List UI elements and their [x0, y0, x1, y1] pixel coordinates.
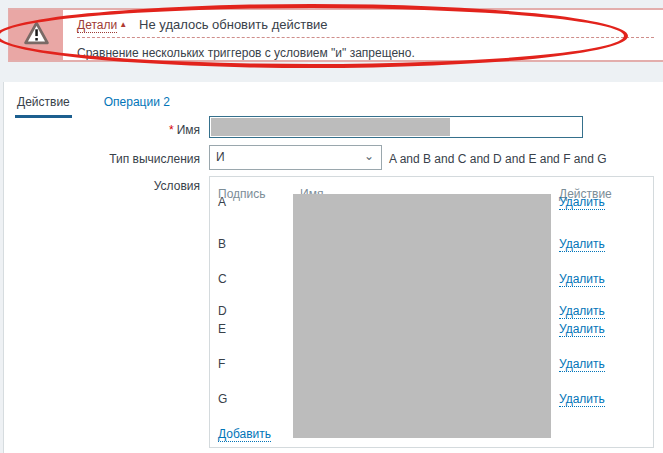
conditions-table: Подпись Имя Действие A Удалить B Удалить… — [209, 176, 654, 448]
condition-row-label: B — [218, 237, 226, 251]
delete-link-row-e[interactable]: Удалить — [559, 322, 605, 337]
condition-row-label: E — [218, 322, 226, 336]
condition-row-label: C — [218, 272, 227, 286]
required-asterisk: * — [169, 123, 174, 137]
delete-link-row-g[interactable]: Удалить — [559, 392, 605, 407]
error-content: Детали▲Не удалось обновить действие Срав… — [63, 10, 663, 60]
name-field-label: *Имя — [4, 123, 200, 137]
name-value-redacted — [211, 118, 450, 136]
name-input[interactable] — [209, 116, 583, 138]
calc-type-selected-value: И — [216, 150, 225, 164]
chevron-down-icon: ⌄ — [364, 146, 374, 167]
tab-bar: Действие Операции 2 — [4, 82, 663, 118]
delete-link-row-b[interactable]: Удалить — [559, 237, 605, 252]
delete-link-row-d[interactable]: Удалить — [559, 304, 605, 319]
collapse-caret-icon[interactable]: ▲ — [119, 20, 127, 29]
error-title: Не удалось обновить действие — [139, 17, 327, 32]
warning-triangle-icon — [23, 21, 50, 49]
condition-row-label: A — [218, 195, 226, 209]
tab-operations[interactable]: Операции 2 — [102, 89, 172, 118]
calc-type-select[interactable]: И ⌄ — [209, 145, 382, 170]
error-message: Сравнение нескольких триггеров с условие… — [77, 38, 654, 60]
conditions-label: Условия — [4, 179, 200, 193]
calc-type-label: Тип вычисления — [4, 152, 200, 166]
condition-row-label: F — [218, 357, 225, 371]
error-icon-cell — [9, 10, 63, 60]
delete-link-row-c[interactable]: Удалить — [559, 272, 605, 287]
delete-link-row-a[interactable]: Удалить — [559, 195, 605, 210]
add-condition-link[interactable]: Добавить — [218, 427, 271, 442]
content-panel: Действие Операции 2 *Имя Тип вычисления … — [0, 82, 663, 453]
condition-row-label: D — [218, 304, 227, 318]
details-toggle-link[interactable]: Детали — [77, 18, 117, 33]
conditions-values-redacted — [293, 194, 551, 438]
calc-formula-text: A and B and C and D and E and F and G — [389, 152, 606, 166]
condition-row-label: G — [218, 392, 227, 406]
tab-action[interactable]: Действие — [15, 89, 72, 118]
error-banner: Детали▲Не удалось обновить действие Срав… — [8, 8, 663, 62]
delete-link-row-f[interactable]: Удалить — [559, 357, 605, 372]
